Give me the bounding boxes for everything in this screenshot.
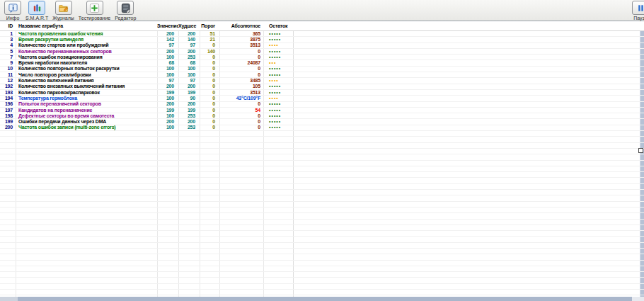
attr-name: Время раскрутки шпинделя [16, 37, 157, 42]
header-worst[interactable]: Худшее [178, 23, 200, 29]
smart-attributes-table: ID Название атрибута Значение Худшее Пор… [0, 22, 644, 297]
toolbar-label-smart: S.M.A.R.T [25, 16, 48, 21]
attr-threshold: 140 [200, 49, 219, 55]
toolbar-button-journals[interactable]: Журналы [52, 1, 74, 21]
attr-remaining-dots: ••••• [263, 66, 293, 72]
header-absolute[interactable]: Абсолютное [219, 23, 263, 29]
attr-value: 100 [157, 66, 178, 72]
attr-name: Температура гермоблока [16, 96, 157, 101]
header-threshold[interactable]: Порог [200, 23, 219, 29]
attr-threshold: 0 [200, 72, 219, 78]
attr-name: Количество переназначенных секторов [16, 49, 157, 55]
attr-id: 4 [0, 42, 16, 48]
attr-id: 11 [0, 72, 16, 78]
attr-id: 194 [0, 96, 16, 101]
attr-remaining-dots: ••••• [263, 90, 293, 96]
toolbar-button-editor[interactable]: Редактор [115, 1, 136, 21]
smart-button[interactable] [28, 1, 45, 15]
empty-table-row [0, 178, 644, 183]
attr-threshold: 0 [200, 55, 219, 60]
header-id[interactable]: ID [0, 23, 16, 29]
attr-threshold: 0 [200, 119, 219, 125]
toolbar-button-testing[interactable]: Тестирование [79, 1, 110, 21]
empty-table-row [0, 208, 644, 213]
empty-table-row [0, 266, 644, 272]
toolbar-label-info: Инфо [6, 16, 20, 21]
attr-remaining-dots: ••••• [263, 119, 293, 125]
header-attribute-name[interactable]: Название атрибута [16, 23, 157, 29]
empty-table-row [0, 225, 644, 231]
attr-name: Количество включений питания [16, 78, 157, 84]
attr-value: 100 [157, 113, 178, 119]
attr-remaining-dots: ••••• [263, 55, 293, 60]
attr-value: 68 [157, 60, 178, 66]
attr-absolute: 3485 [219, 78, 263, 84]
attr-threshold: 0 [200, 101, 219, 107]
info-button[interactable] [4, 1, 21, 15]
toolbar-button-pause[interactable]: Пауза [632, 1, 644, 21]
attr-name: Количество внезапных выключений питания [16, 84, 157, 89]
toolbar-label-editor: Редактор [115, 16, 136, 21]
attr-value: 100 [157, 96, 178, 101]
horizontal-scrollbar[interactable] [0, 297, 644, 301]
empty-table-row [0, 261, 644, 266]
attr-absolute: 43°C/109°F [219, 96, 263, 101]
attr-worst: 100 [178, 66, 200, 72]
empty-table-row [0, 143, 644, 149]
journals-button[interactable] [55, 1, 72, 15]
attr-id: 9 [0, 60, 16, 66]
empty-table-row [0, 213, 644, 219]
attr-name: Попыток переназначений секторов [16, 101, 157, 107]
editor-button[interactable] [117, 1, 134, 15]
toolbar-button-smart[interactable]: S.M.A.R.T [25, 1, 48, 21]
attr-absolute: 0 [219, 125, 263, 130]
attr-id: 196 [0, 101, 16, 107]
attr-value: 200 [157, 84, 178, 89]
header-remaining[interactable]: Остаток [263, 23, 293, 29]
attr-remaining-dots: ••• [263, 60, 293, 66]
scrollbar-grip[interactable] [638, 148, 643, 153]
attr-absolute: 3513 [219, 42, 263, 48]
attr-value: 200 [157, 101, 178, 107]
empty-table-row [0, 284, 644, 290]
table-row-attr-200[interactable]: 200Частота ошибок записи (multi-zone err… [0, 125, 644, 131]
toolbar-button-info[interactable]: Инфо [4, 1, 21, 21]
attr-remaining-dots: •••• [263, 78, 293, 84]
attr-threshold: 0 [200, 125, 219, 130]
attr-threshold: 0 [200, 66, 219, 72]
empty-table-row [0, 161, 644, 166]
attr-value: 200 [157, 49, 178, 55]
attr-remaining-dots: ••••• [263, 125, 293, 130]
empty-table-row [0, 220, 644, 225]
header-value[interactable]: Значение [157, 23, 178, 29]
toolbar: Инфо S.M.A.R.T Журналы [0, 0, 644, 21]
pause-button[interactable] [632, 1, 644, 15]
attr-id: 10 [0, 66, 16, 72]
attr-name: Частота проявления ошибок чтения [16, 31, 157, 37]
attr-threshold: 0 [200, 78, 219, 84]
table-header: ID Название атрибута Значение Худшее Пор… [0, 22, 644, 31]
attr-absolute: 0 [219, 55, 263, 60]
attr-value: 100 [157, 72, 178, 78]
attr-absolute: 24087 [219, 60, 263, 66]
attr-absolute: 365 [219, 31, 263, 37]
attr-name: Время наработки накопителя [16, 60, 157, 66]
attr-value: 97 [157, 78, 178, 84]
attr-worst: 199 [178, 90, 200, 96]
attr-absolute: 0 [219, 72, 263, 78]
empty-table-row [0, 184, 644, 190]
attr-remaining-dots: ••••• [263, 108, 293, 113]
attr-absolute: 0 [219, 66, 263, 72]
attr-threshold: 0 [200, 108, 219, 113]
attr-threshold: 0 [200, 42, 219, 48]
horizontal-scrollbar-thumb[interactable] [18, 297, 632, 301]
attr-remaining-dots: ••••• [263, 84, 293, 89]
attr-remaining-dots: ••••• [263, 49, 293, 55]
attr-value: 100 [157, 55, 178, 60]
testing-button[interactable] [86, 1, 103, 15]
attr-id: 192 [0, 84, 16, 89]
toolbar-label-journals: Журналы [52, 16, 74, 21]
empty-table-row [0, 154, 644, 160]
pause-icon [636, 3, 644, 13]
attr-worst: 140 [178, 37, 200, 42]
